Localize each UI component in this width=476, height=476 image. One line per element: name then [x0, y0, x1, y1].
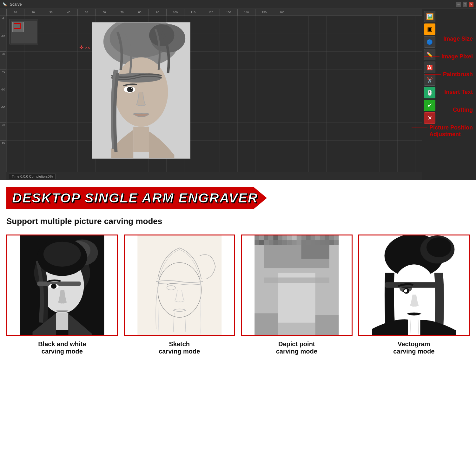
svg-rect-67	[301, 240, 329, 259]
ruler-mark: 60	[95, 9, 113, 16]
cross-label: 2.5	[85, 46, 90, 50]
svg-rect-21	[56, 313, 68, 330]
ruler-mark: 80	[131, 9, 149, 16]
svg-rect-31	[264, 235, 269, 240]
vecto-portrait-svg	[359, 235, 469, 335]
ruler-marks: 10 20 30 40 50 60 70 80 90 100 110 120 1…	[6, 9, 422, 16]
ann-insert-text: Insert Text	[426, 89, 473, 96]
ruler-mark: 10	[6, 9, 24, 16]
depict-portrait-svg	[242, 235, 352, 335]
svg-rect-24	[137, 235, 221, 335]
svg-point-83	[406, 289, 407, 291]
modes-section: Black and white carving mode	[0, 231, 476, 365]
svg-rect-18	[37, 281, 81, 286]
thumbnail-preview	[10, 19, 38, 44]
svg-rect-68	[264, 277, 329, 283]
ruler-mark: 70	[113, 9, 131, 16]
mode-image-bw	[6, 235, 118, 336]
svg-rect-43	[320, 235, 325, 240]
svg-rect-30	[259, 235, 264, 240]
ruler-mark: 120	[202, 9, 220, 16]
svg-rect-12	[133, 127, 149, 152]
svg-rect-40	[306, 235, 311, 240]
ruler-mark: 140	[237, 9, 255, 16]
svg-rect-29	[255, 235, 259, 240]
ann-picture-position: Picture PositionAdjustment	[412, 124, 473, 138]
svg-rect-41	[311, 235, 315, 240]
mode-image-depict	[241, 235, 353, 336]
svg-rect-32	[268, 235, 273, 240]
ruler-mark: 40	[60, 9, 77, 16]
cross-cursor: ✛	[79, 44, 83, 50]
subtitle-section: Support multiple picture carving modes	[0, 212, 476, 231]
status-text: Time:0:0:0 Completion:0%	[9, 174, 56, 179]
ruler-mark: 100	[166, 9, 184, 16]
title-bar-controls: ─ □ ✕	[456, 2, 473, 7]
ruler-mark: 20	[24, 9, 42, 16]
ruler-mark: 130	[220, 9, 237, 16]
annotations-block: Image Size Image Pixel Paintbrush Insert…	[286, 18, 476, 183]
mode-label-bw: Black and white carving mode	[38, 340, 86, 355]
ann-paintbrush-label: Paintbrush	[443, 71, 473, 78]
subtitle-text: Support multiple picture carving modes	[6, 216, 162, 226]
svg-rect-39	[301, 235, 306, 240]
app-title: Scarve	[10, 2, 22, 7]
svg-rect-38	[297, 235, 301, 240]
ruler-left-mark: -9	[0, 16, 6, 34]
ruler-mark: 150	[255, 9, 273, 16]
svg-rect-70	[315, 315, 339, 335]
ann-cutting: Cutting	[435, 107, 473, 113]
mode-label-vecto: Vectogram carving mode	[393, 340, 434, 355]
ruler-left-mark: -70	[0, 122, 6, 140]
svg-rect-35	[283, 235, 288, 240]
svg-rect-37	[292, 235, 297, 240]
svg-point-11	[131, 88, 132, 89]
ann-insert-text-label: Insert Text	[444, 89, 473, 96]
svg-rect-64	[334, 240, 339, 245]
ann-image-pixel: Image Pixel	[424, 53, 473, 60]
ruler-mark: 90	[149, 9, 166, 16]
mode-card-depict: Depict point carving mode	[241, 235, 353, 355]
mode-image-sketch	[124, 235, 235, 336]
ruler-left: -9 -20 -30 -40 -50 -60 -70 -80	[0, 16, 6, 180]
ruler-left-mark: -60	[0, 105, 6, 122]
ruler-left-mark: -80	[0, 140, 6, 158]
mode-card-sketch: Sketch carving mode	[124, 235, 235, 355]
maximize-button[interactable]: □	[463, 2, 467, 7]
title-bar: 🪚 Scarve ─ □ ✕	[0, 0, 476, 9]
ann-picture-position-label: Picture PositionAdjustment	[429, 124, 473, 138]
ruler-left-mark: -40	[0, 69, 6, 87]
ann-paintbrush: Paintbrush	[425, 71, 473, 78]
svg-rect-42	[315, 235, 320, 240]
banner-section: DESKTOP SINGLE ARM ENGRAVER	[0, 180, 476, 212]
ruler-mark: 160	[273, 9, 291, 16]
svg-rect-69	[255, 313, 278, 335]
ann-image-size: Image Size	[426, 36, 473, 42]
svg-point-23	[43, 242, 81, 267]
svg-rect-36	[287, 235, 292, 240]
mode-card-bw: Black and white carving mode	[6, 235, 118, 355]
mode-image-vecto	[358, 235, 470, 336]
portrait-image	[92, 23, 190, 158]
mode-label-depict: Depict point carving mode	[276, 340, 317, 355]
ruler-top: 10 20 30 40 50 60 70 80 90 100 110 120 1…	[0, 9, 422, 16]
ruler-left-mark: -30	[0, 51, 6, 69]
bw-portrait-svg	[7, 235, 117, 335]
minimize-button[interactable]: ─	[456, 2, 461, 7]
app-icon: 🪚	[3, 2, 7, 7]
mode-label-sketch: Sketch carving mode	[159, 340, 200, 355]
ruler-mark: 30	[42, 9, 60, 16]
ruler-left-mark: -20	[0, 34, 6, 51]
ann-cutting-label: Cutting	[453, 107, 473, 113]
sketch-portrait-svg	[125, 235, 235, 335]
mode-card-vecto: Vectogram carving mode	[358, 235, 470, 355]
svg-rect-34	[278, 235, 283, 240]
close-button[interactable]: ✕	[469, 2, 473, 7]
ann-image-pixel-label: Image Pixel	[441, 53, 473, 60]
svg-rect-33	[273, 235, 278, 240]
banner-box: DESKTOP SINGLE ARM ENGRAVER	[6, 187, 267, 209]
banner-title: DESKTOP SINGLE ARM ENGRAVER	[12, 190, 258, 206]
svg-point-20	[51, 284, 56, 289]
ruler-left-mark: -50	[0, 87, 6, 105]
svg-rect-63	[329, 240, 334, 245]
